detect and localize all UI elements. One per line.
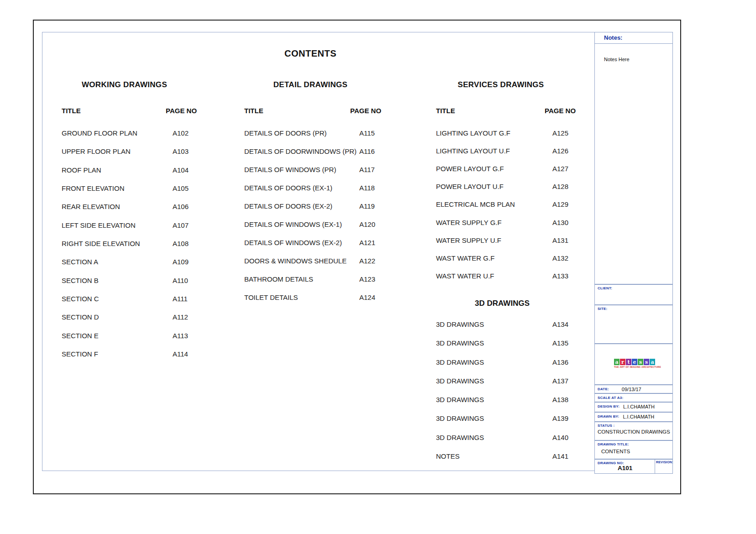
row-title: REAR ELEVATION: [62, 203, 120, 210]
row-page-no: A136: [552, 358, 568, 366]
toc-row: FRONT ELEVATIONA105: [62, 184, 199, 203]
toc-row: TOILET DETAILSA124: [244, 293, 395, 312]
toc-row: LIGHTING LAYOUT G.FA125: [436, 129, 578, 147]
row-title: DETAILS OF WINDOWS (PR): [244, 166, 336, 173]
toc-row: NOTESA141: [436, 452, 578, 471]
toc-row: LIGHTING LAYOUT U.FA126: [436, 147, 578, 165]
scale-field: SCALE AT A3:: [594, 393, 673, 402]
toc-row: 3D DRAWINGSA137: [436, 377, 578, 396]
drawn-by-label: DRAWN BY:: [595, 413, 619, 419]
row-page-no: A107: [173, 221, 189, 229]
row-title: ELECTRICAL MCB PLAN: [436, 200, 515, 208]
row-page-no: A105: [173, 184, 189, 192]
drawing-no-value: A101: [618, 465, 632, 471]
toc-row: GROUND FLOOR PLANA102: [62, 129, 199, 147]
client-panel: CLIENT:: [594, 284, 673, 305]
notes-text: Notes Here: [595, 44, 672, 62]
revision-label: REVISION:: [655, 460, 672, 464]
row-title: ROOF PLAN: [62, 166, 101, 174]
toc-row: 3D DRAWINGSA139: [436, 414, 578, 433]
section-heading-services-drawings: SERVICES DRAWINGS: [435, 80, 567, 89]
company-logo: artessa THE ART OF IMAGING ARCHITECTURE: [614, 359, 656, 368]
client-label: CLIENT:: [595, 285, 672, 290]
drawn-by-value: L.I.CHAMATH: [623, 413, 654, 419]
drawn-by-field: DRAWN BY: L.I.CHAMATH: [594, 412, 673, 422]
row-title: DETAILS OF DOORS (EX-2): [244, 202, 332, 210]
site-label: SITE:: [595, 305, 672, 311]
row-page-no: A112: [173, 313, 188, 321]
date-value: 09/13/17: [622, 385, 641, 392]
row-page-no: A116: [359, 147, 375, 155]
row-title: UPPER FLOOR PLAN: [62, 147, 131, 155]
row-title: DETAILS OF DOORWINDOWS (PR): [244, 147, 357, 155]
row-page-no: A117: [359, 166, 375, 173]
design-by-field: DESIGN BY: L.I.CHAMATH: [594, 402, 673, 412]
toc-row: ROOF PLANA104: [62, 166, 199, 184]
row-page-no: A111: [173, 295, 188, 303]
row-title: WATER SUPPLY U.F: [436, 236, 501, 244]
section-heading-working-drawings: WORKING DRAWINGS: [59, 80, 189, 89]
toc-row: POWER LAYOUT U.FA128: [436, 183, 578, 200]
toc-row: DETAILS OF DOORS (PR)A115: [244, 129, 395, 147]
row-page-no: A113: [173, 332, 188, 340]
row-page-no: A131: [552, 236, 568, 244]
toc-row: SECTION CA111: [62, 295, 199, 313]
logo-panel: artessa THE ART OF IMAGING ARCHITECTURE: [594, 344, 673, 385]
working-drawings-list: GROUND FLOOR PLANA102UPPER FLOOR PLANA10…: [62, 129, 199, 368]
toc-row: DETAILS OF WINDOWS (EX-2)A121: [244, 239, 395, 257]
status-field: STATUS : CONSTRUCTION DRAWINGS: [594, 422, 673, 440]
toc-row: DETAILS OF DOORS (EX-1)A118: [244, 184, 395, 202]
logo-letter-tile: e: [632, 359, 637, 365]
drawing-title-label: DRAWING TITLE:: [595, 441, 672, 446]
drawing-title-field: DRAWING TITLE: CONTENTS: [594, 440, 673, 459]
logo-letter-tile: a: [650, 359, 655, 365]
notes-panel: Notes: Notes Here: [594, 32, 673, 284]
row-title: DETAILS OF WINDOWS (EX-2): [244, 239, 342, 246]
toc-row: 3D DRAWINGSA134: [436, 320, 578, 339]
row-page-no: A124: [359, 293, 375, 301]
row-page-no: A126: [552, 147, 568, 155]
column-header-title: TITLE: [62, 107, 81, 115]
row-title: DETAILS OF DOORS (EX-1): [244, 184, 332, 192]
row-page-no: A102: [173, 129, 189, 137]
toc-row: 3D DRAWINGSA140: [436, 434, 578, 452]
row-title: DOORS & WINDOWS SHEDULE: [244, 257, 346, 265]
date-label: DATE:: [595, 385, 609, 391]
row-page-no: A114: [173, 350, 188, 358]
toc-row: DOORS & WINDOWS SHEDULEA122: [244, 257, 395, 275]
row-page-no: A121: [359, 239, 375, 246]
toc-row: WATER SUPPLY G.FA130: [436, 219, 578, 236]
row-title: LIGHTING LAYOUT U.F: [436, 147, 510, 155]
row-title: 3D DRAWINGS: [436, 396, 484, 403]
row-page-no: A132: [552, 254, 568, 262]
status-label: STATUS :: [595, 422, 672, 428]
row-title: NOTES: [436, 452, 460, 460]
notes-header: Notes:: [595, 32, 672, 44]
row-page-no: A138: [552, 396, 568, 403]
row-title: SECTION E: [62, 332, 99, 340]
toc-row: DETAILS OF DOORWINDOWS (PR)A116: [244, 147, 395, 166]
page-title: CONTENTS: [244, 48, 377, 59]
logo-tagline: THE ART OF IMAGING ARCHITECTURE: [614, 366, 656, 368]
title-block: Notes: Notes Here CLIENT: SITE: artessa …: [594, 32, 674, 475]
row-title: SECTION B: [62, 277, 99, 284]
row-page-no: A104: [173, 166, 189, 174]
row-page-no: A123: [359, 275, 375, 283]
status-value: CONSTRUCTION DRAWINGS: [595, 428, 672, 435]
date-field: DATE: 09/13/17: [594, 385, 673, 393]
row-title: GROUND FLOOR PLAN: [62, 129, 137, 137]
row-page-no: A108: [173, 240, 189, 247]
row-page-no: A125: [552, 129, 568, 137]
detail-drawings-list: DETAILS OF DOORS (PR)A115DETAILS OF DOOR…: [244, 129, 395, 312]
row-title: 3D DRAWINGS: [436, 320, 484, 328]
logo-letter-tile: s: [644, 359, 649, 365]
toc-row: WAST WATER G.FA132: [436, 254, 578, 272]
row-title: 3D DRAWINGS: [436, 414, 484, 422]
section-heading-detail-drawings: DETAIL DRAWINGS: [244, 80, 377, 89]
logo-letter-tile: r: [620, 359, 625, 365]
row-title: SECTION D: [62, 313, 99, 321]
toc-row: DETAILS OF DOORS (EX-2)A119: [244, 202, 395, 220]
toc-row: UPPER FLOOR PLANA103: [62, 147, 199, 166]
row-page-no: A103: [173, 147, 189, 155]
drawing-title-value: CONTENTS: [595, 446, 672, 454]
